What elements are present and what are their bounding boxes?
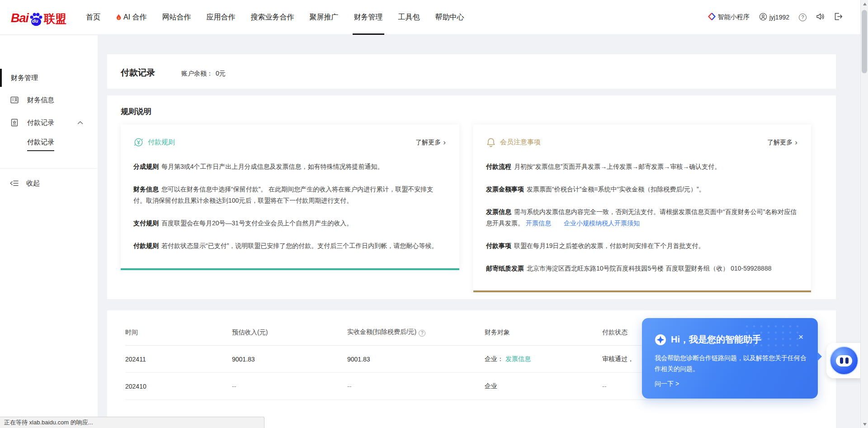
rule-item: 发票金额事项发票票面“价税合计”金额=系统中“实收金额（扣除税费后/元）”。 [486, 184, 797, 195]
column-help-icon[interactable]: ? [419, 330, 425, 337]
rule-item: 支付规则百度联盟会在每月20号—31号支付企业会员上个自然月产生的收入。 [133, 218, 446, 229]
col-header-actual-label: 实收金额(扣除税费后/元) [347, 328, 416, 335]
finance-info-icon [10, 95, 19, 105]
sound-icon[interactable] [816, 13, 825, 22]
help-glyph: ? [801, 14, 804, 20]
collapse-icon [9, 180, 19, 187]
sidebar-item-finance-info[interactable]: 财务信息 [0, 91, 98, 109]
sidebar-subitem-payment-records[interactable]: 付款记录 [27, 137, 54, 152]
cell-actual: -- [347, 383, 485, 390]
rules-row: 付款规则 了解更多› 分成规则每月第3或4个工作日产出上月分成信息及发票信息，如… [121, 124, 822, 292]
balance-label: 账户余额： [181, 70, 213, 77]
nav-item-screen-promo[interactable]: 聚屏推广 [302, 0, 346, 35]
cell-time: 202410 [125, 383, 232, 390]
rule-item: 发票信息需与系统内发票信息内容完全一致，否则无法支付。请根据发票信息页面中“百度… [486, 206, 797, 229]
scroll-up-arrow[interactable] [861, 0, 868, 8]
nav-item-home[interactable]: 首页 [78, 0, 108, 35]
nav-item-label: 应用合作 [207, 13, 236, 22]
rule-term: 发票信息 [486, 208, 511, 215]
miniapp-entry[interactable]: 智能小程序 [708, 13, 750, 22]
robot-eye [840, 357, 843, 364]
status-text: 正在等待 xlab.baidu.com 的响应... [4, 419, 93, 426]
scroll-down-arrow[interactable] [861, 420, 868, 428]
invoice-info-link[interactable]: 开票信息 [526, 219, 551, 227]
rule-term: 支付规则 [133, 219, 159, 227]
rule-item: 付款流程月初按“发票信息”页面开具发票→上传发票→邮寄发票→审核→确认支付。 [486, 161, 797, 172]
finance-prefix: 企业 [485, 382, 497, 390]
nav-item-website-coop[interactable]: 网站合作 [155, 0, 199, 35]
ask-now-link[interactable]: 问一下 > [655, 380, 804, 388]
nav-item-finance-mgmt[interactable]: 财务管理 [346, 0, 391, 35]
rule-desc: 联盟在每月19日之后签收的发票，付款时间安排在下个月首批支付。 [514, 242, 705, 249]
sidebar-item-payment-records[interactable]: 付款记录 [0, 114, 98, 132]
rule-desc: 百度联盟会在每月20号—31号支付企业会员上个自然月产生的收入。 [161, 219, 353, 227]
page-title: 付款记录 [121, 67, 155, 79]
payment-rules-more-link[interactable]: 了解更多› [415, 138, 446, 147]
rule-desc: 每月第3或4个工作日产出上月分成信息及发票信息，如有特殊情况将提前通知。 [161, 163, 384, 170]
nav-item-label: 帮助中心 [435, 13, 464, 22]
rule-item: 财务信息您可以在财务信息中选择“保留付款”。 在此期间您产生的收入将在账户内进行… [133, 184, 446, 206]
col-header-time: 时间 [125, 328, 232, 337]
nav-item-label: 聚屏推广 [310, 13, 339, 22]
nav-item-label: AI 合作 [123, 13, 147, 22]
logout-icon[interactable] [834, 13, 842, 22]
rule-item: 付款规则若付款状态显示“已支付”，说明联盟已安排了您的付款。支付后三个工作日内到… [133, 240, 446, 252]
nav-item-ai-coop[interactable]: AI 合作 [108, 0, 155, 35]
nav-item-search-coop[interactable]: 搜索业务合作 [243, 0, 302, 35]
nav-right-tools: 智能小程序 jyj1992 ? [708, 13, 860, 22]
scrollbar-thumb[interactable] [862, 10, 867, 73]
close-icon[interactable]: × [798, 333, 803, 341]
sidebar-section-finance-mgmt[interactable]: 财务管理 [0, 69, 98, 87]
rule-item: 邮寄纸质发票北京市海淀区西北旺东路10号院百度科技园5号楼 百度联盟财务组（收）… [486, 263, 797, 274]
rule-term: 付款事项 [486, 242, 511, 249]
nav-item-help-center[interactable]: 帮助中心 [428, 0, 472, 35]
cell-estimated: 9001.83 [232, 356, 347, 363]
user-account[interactable]: jyj1992 [759, 13, 789, 22]
page-header-card: 付款记录 账户余额：0元 [107, 54, 836, 89]
bell-icon [486, 137, 496, 147]
small-taxpayer-guide-link[interactable]: 企业小规模纳税人开票须知 [564, 219, 640, 227]
baidu-union-logo[interactable]: Bai du 联盟 [11, 7, 66, 27]
nav-item-label: 搜索业务合作 [251, 13, 294, 22]
rules-section-title: 规则说明 [121, 106, 822, 117]
collapse-label: 收起 [26, 179, 40, 188]
sidebar-collapse-button[interactable]: 收起 [0, 175, 98, 192]
invoice-info-table-link[interactable]: 发票信息 [505, 355, 531, 362]
rule-term: 邮寄纸质发票 [486, 265, 524, 272]
app-root: Bai du 联盟 首页 AI 合作 网站合作 [0, 0, 868, 428]
rule-term: 财务信息 [133, 185, 159, 193]
rule-term: 付款规则 [133, 242, 159, 249]
nav-item-label: 工具包 [398, 13, 420, 22]
more-label: 了解更多 [767, 138, 793, 147]
member-notes-more-link[interactable]: 了解更多› [767, 138, 797, 147]
payment-rules-header: 付款规则 了解更多› [133, 137, 446, 147]
cell-time: 202411 [125, 356, 232, 363]
member-notes-title: 会员注意事项 [500, 138, 541, 147]
rule-desc: 您可以在财务信息中选择“保留付款”。 在此期间您产生的收入将在账户内进行累计，联… [133, 185, 433, 204]
nav-item-toolkit[interactable]: 工具包 [391, 0, 428, 35]
help-icon[interactable]: ? [799, 14, 807, 21]
payment-records-icon [10, 118, 19, 127]
more-label: 了解更多 [415, 138, 441, 147]
nav-item-label: 财务管理 [354, 13, 383, 22]
assistant-popup: Hi，我是您的智能助手 × 我会帮助您诊断合作链路问题，以及解答您关于任何合作相… [642, 318, 818, 399]
chevron-up-icon[interactable] [77, 121, 83, 124]
sidebar-item-label: 付款记录 [27, 119, 54, 127]
sidebar-divider [0, 168, 97, 169]
nav-item-app-coop[interactable]: 应用合作 [199, 0, 243, 35]
active-section-indicator [0, 69, 2, 87]
member-notes-body: 付款流程月初按“发票信息”页面开具发票→上传发票→邮寄发票→审核→确认支付。 发… [486, 161, 797, 274]
miniapp-label: 智能小程序 [718, 13, 750, 21]
scrollbar[interactable] [860, 0, 868, 428]
assistant-avatar-panel[interactable] [826, 343, 862, 378]
rule-term: 付款流程 [486, 163, 511, 170]
rule-item: 分成规则每月第3或4个工作日产出上月分成信息及发票信息，如有特殊情况将提前通知。 [133, 161, 446, 172]
robot-visor [836, 355, 852, 366]
rule-item: 付款事项联盟在每月19日之后签收的发票，付款时间安排在下个月首批支付。 [486, 240, 797, 252]
chevron-right-icon: › [795, 138, 797, 146]
cell-finance-target: 企业 [485, 382, 602, 390]
robot-avatar-icon [830, 346, 859, 375]
rule-desc: 月初按“发票信息”页面开具发票→上传发票→邮寄发票→审核→确认支付。 [514, 163, 721, 170]
rule-desc: 发票票面“价税合计”金额=系统中“实收金额（扣除税费后/元）”。 [527, 185, 705, 193]
coin-icon [133, 137, 144, 147]
